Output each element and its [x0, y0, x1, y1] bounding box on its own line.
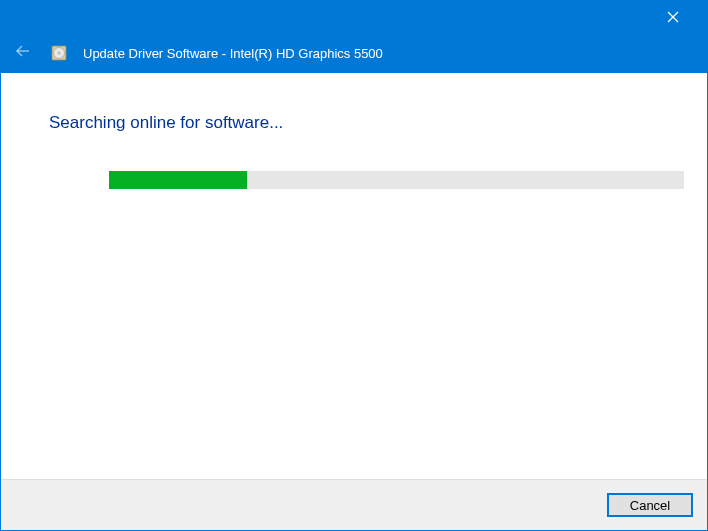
- window-title: Update Driver Software - Intel(R) HD Gra…: [83, 46, 383, 61]
- progress-bar: [109, 171, 684, 189]
- header-bar: Update Driver Software - Intel(R) HD Gra…: [1, 33, 707, 73]
- progress-container: [109, 171, 682, 189]
- close-icon: [667, 11, 679, 23]
- close-button[interactable]: [650, 1, 695, 33]
- progress-fill: [109, 171, 247, 189]
- status-message: Searching online for software...: [49, 113, 682, 133]
- driver-disc-icon: [49, 43, 69, 63]
- footer-bar: Cancel: [1, 479, 707, 530]
- content-area: Searching online for software...: [1, 73, 707, 481]
- back-button[interactable]: [11, 41, 35, 65]
- svg-point-5: [58, 52, 61, 55]
- back-arrow-icon: [14, 42, 32, 64]
- titlebar: [1, 1, 707, 33]
- cancel-button[interactable]: Cancel: [607, 493, 693, 517]
